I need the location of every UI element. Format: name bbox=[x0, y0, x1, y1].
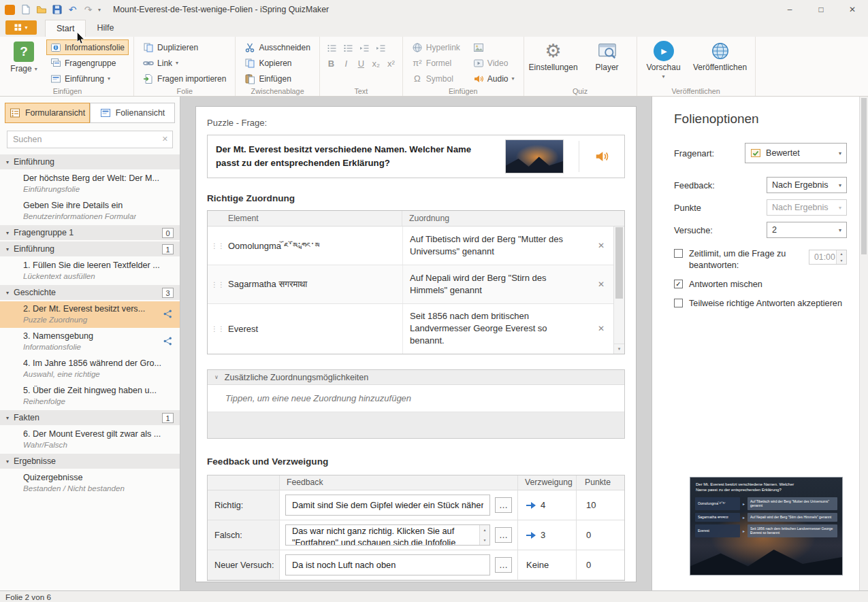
tree-slide-item[interactable]: 5. Über die Zeit hingweg haben u... Reih… bbox=[0, 383, 180, 409]
tree-slide-item[interactable]: 6. Der Mount Everest gilt zwar als ... W… bbox=[0, 427, 180, 453]
branch-cell[interactable]: Keine bbox=[518, 550, 577, 580]
audio-button[interactable]: Audio ▾ bbox=[470, 71, 518, 86]
minimize-button[interactable]: – bbox=[774, 0, 805, 19]
tree-slide-item[interactable]: Quizergebnisse Bestanden / Nicht bestand… bbox=[0, 470, 180, 497]
link-button[interactable]: Link ▾ bbox=[140, 56, 229, 70]
video-button[interactable]: Video bbox=[470, 56, 518, 70]
underline-button[interactable]: U bbox=[355, 58, 367, 69]
tree-slide-item[interactable]: 1. Füllen Sie die leeren Textfelder ... … bbox=[0, 258, 180, 284]
tab-folienansicht[interactable]: Folienansicht bbox=[90, 103, 175, 123]
tree-slide-item[interactable]: Der höchste Berg der Welt: Der M... Einf… bbox=[0, 171, 180, 197]
points-cell[interactable]: 10 bbox=[577, 490, 624, 520]
feedback-text-input[interactable]: Da ist noch Luft nach oben bbox=[285, 554, 490, 575]
hyperlink-button[interactable]: Hyperlink bbox=[408, 40, 464, 54]
tree-section-header[interactable]: ▾ Fragengruppe 1 0 bbox=[0, 225, 180, 240]
new-document-button[interactable] bbox=[20, 4, 31, 16]
question-image-thumbnail[interactable] bbox=[505, 139, 564, 173]
antworten-mischen-checkbox[interactable]: ✓ bbox=[674, 280, 683, 288]
time-stepper[interactable]: ▲▼ bbox=[836, 250, 846, 264]
zeitlimit-time-field[interactable]: 01:00 ▲▼ bbox=[809, 250, 847, 265]
redo-button[interactable]: ↷ bbox=[82, 4, 94, 16]
delete-row-icon[interactable]: ✕ bbox=[589, 227, 613, 265]
fragen-importieren-button[interactable]: Fragen importieren bbox=[140, 71, 229, 86]
fragenart-dropdown[interactable]: Bewertet ▾ bbox=[745, 143, 847, 163]
scroll-down-arrow[interactable]: ▾ bbox=[614, 344, 624, 354]
points-cell[interactable]: 0 bbox=[577, 550, 624, 580]
drag-handle-icon[interactable]: ⋮⋮ bbox=[208, 304, 228, 354]
outdent-icon[interactable] bbox=[358, 43, 371, 54]
app-menu-button[interactable]: ▾ bbox=[5, 20, 37, 35]
tree-slide-item[interactable]: 3. Namensgebung Informationsfolie bbox=[0, 329, 180, 355]
element-cell[interactable]: Everest bbox=[228, 304, 402, 354]
more-options-button[interactable]: … bbox=[495, 527, 512, 543]
clear-search-icon[interactable]: ✕ bbox=[162, 135, 168, 144]
delete-row-icon[interactable]: ✕ bbox=[589, 304, 613, 354]
close-button[interactable]: ✕ bbox=[837, 0, 868, 19]
punkte-dropdown[interactable]: Nach Ergebnis ▾ bbox=[767, 199, 847, 216]
einfuegen-paste-button[interactable]: Einfügen bbox=[241, 71, 313, 86]
more-options-button[interactable]: … bbox=[495, 557, 512, 573]
drag-handle-icon[interactable]: ⋮⋮ bbox=[208, 227, 228, 265]
audio-attachment-button[interactable] bbox=[579, 149, 624, 164]
vorschau-button[interactable]: ▶ Vorschau ▾ bbox=[643, 40, 685, 80]
feedback-dropdown[interactable]: Nach Ergebnis ▾ bbox=[767, 177, 847, 193]
formel-button[interactable]: π² Formel bbox=[408, 56, 464, 70]
feedback-text-input[interactable]: Das war nicht ganz richtig. Klicken Sie … bbox=[285, 524, 490, 546]
scrollbar-thumb[interactable] bbox=[861, 98, 867, 254]
italic-button[interactable]: I bbox=[340, 58, 352, 69]
frage-button[interactable]: ? Frage▾ bbox=[7, 40, 41, 73]
indent-icon[interactable] bbox=[374, 43, 387, 54]
tab-formularansicht[interactable]: Formularansicht bbox=[5, 103, 90, 123]
search-input[interactable] bbox=[7, 131, 173, 148]
question-text[interactable]: Der Mt. Everest besitzt verschiedene Nam… bbox=[216, 143, 505, 170]
subscript-button[interactable]: x₂ bbox=[370, 58, 382, 69]
panel-scrollbar[interactable] bbox=[859, 97, 868, 590]
feedback-text-input[interactable]: Damit sind Sie dem Gipfel wieder ein Stü… bbox=[285, 495, 490, 516]
text-scroll-spinner[interactable]: ▲▼ bbox=[479, 525, 489, 545]
scrollbar-thumb[interactable] bbox=[615, 227, 623, 299]
bild-button[interactable] bbox=[470, 40, 518, 54]
tree-section-header[interactable]: ▾ Einführung bbox=[0, 154, 180, 169]
teilweise-checkbox[interactable] bbox=[674, 299, 683, 307]
einstellungen-button[interactable]: ⚙ Einstellungen bbox=[530, 40, 577, 72]
tree-slide-item[interactable]: 2. Der Mt. Everest besitzt vers... Puzzl… bbox=[0, 301, 180, 328]
add-match-input[interactable]: Tippen, um eine neue Zuordnung hinzuzufü… bbox=[208, 385, 624, 412]
undo-button[interactable]: ↶ bbox=[67, 4, 78, 16]
element-cell[interactable]: Oomolungma ཇོ་མོ་གླང་མ bbox=[228, 227, 402, 265]
question-box[interactable]: Der Mt. Everest besitzt verschiedene Nam… bbox=[207, 135, 625, 178]
match-cell[interactable]: Seit 1856 nach dem britischen Landvermes… bbox=[402, 304, 589, 354]
match-cell[interactable]: Auf Tibetisch wird der Berg "Mutter des … bbox=[402, 227, 589, 265]
branch-cell[interactable]: 4 bbox=[518, 490, 577, 520]
superscript-button[interactable]: x² bbox=[385, 58, 397, 69]
informationsfolie-button[interactable]: Informationsfolie bbox=[47, 40, 128, 54]
veroeffentlichen-button[interactable]: Veröffentlichen bbox=[691, 40, 750, 72]
extra-matches-header[interactable]: ∨ Zusätzliche Zuordnungsmöglichkeiten bbox=[208, 370, 624, 385]
versuche-dropdown[interactable]: 2 ▾ bbox=[767, 222, 847, 238]
tree-section-header[interactable]: ▾ Geschichte 3 bbox=[0, 285, 180, 300]
zeitlimit-checkbox[interactable] bbox=[674, 249, 683, 258]
tree-section-header[interactable]: ▾ Ergebnisse bbox=[0, 454, 180, 469]
fragengruppe-button[interactable]: Fragengruppe bbox=[47, 56, 128, 70]
ausschneiden-button[interactable]: Ausschneiden bbox=[241, 40, 313, 54]
save-button[interactable] bbox=[51, 4, 63, 16]
einfuehrung-button[interactable]: Einführung ▾ bbox=[47, 71, 128, 86]
tree-slide-item[interactable]: Geben Sie ihre Details ein Benutzerinfor… bbox=[0, 198, 180, 224]
bold-button[interactable]: B bbox=[325, 58, 337, 69]
open-button[interactable] bbox=[35, 4, 47, 16]
bullet-list-icon[interactable] bbox=[325, 43, 338, 54]
delete-row-icon[interactable]: ✕ bbox=[589, 265, 613, 303]
more-options-button[interactable]: … bbox=[495, 497, 512, 513]
branch-cell[interactable]: 3 bbox=[518, 520, 577, 550]
maximize-button[interactable]: □ bbox=[805, 0, 837, 19]
tab-hilfe[interactable]: Hilfe bbox=[86, 20, 125, 37]
symbol-button[interactable]: Ω Symbol bbox=[408, 71, 464, 86]
player-button[interactable]: Player bbox=[583, 40, 631, 72]
points-cell[interactable]: 0 bbox=[577, 520, 624, 550]
matching-scrollbar[interactable]: ▾ bbox=[613, 227, 624, 354]
qat-customize-icon[interactable]: ▾ bbox=[98, 7, 101, 13]
duplizieren-button[interactable]: Duplizieren bbox=[140, 40, 229, 54]
numbered-list-icon[interactable] bbox=[342, 43, 355, 54]
match-cell[interactable]: Auf Nepali wird der Berg "Stirn des Himm… bbox=[402, 265, 589, 303]
drag-handle-icon[interactable]: ⋮⋮ bbox=[208, 265, 228, 303]
tree-section-header[interactable]: ▾ Fakten 1 bbox=[0, 410, 180, 425]
